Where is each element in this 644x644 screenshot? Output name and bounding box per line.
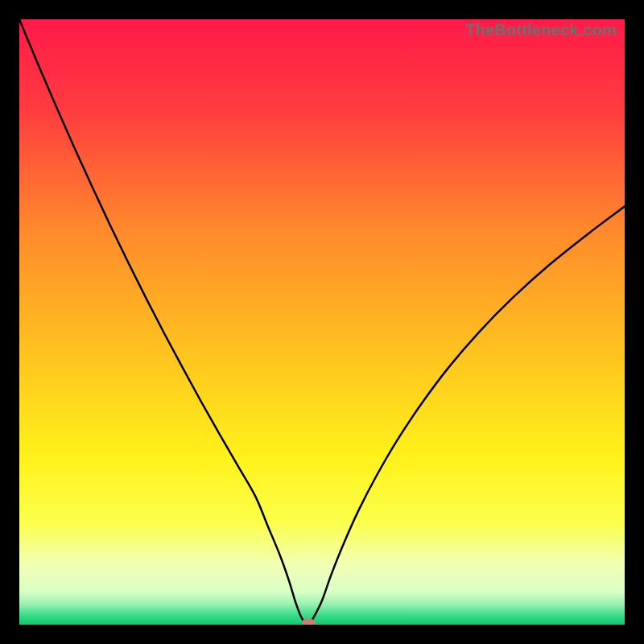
minimum-marker (302, 619, 315, 625)
bottleneck-curve (19, 19, 625, 625)
chart-frame: TheBottleneck.com (0, 0, 644, 644)
plot-area: TheBottleneck.com (19, 19, 625, 625)
